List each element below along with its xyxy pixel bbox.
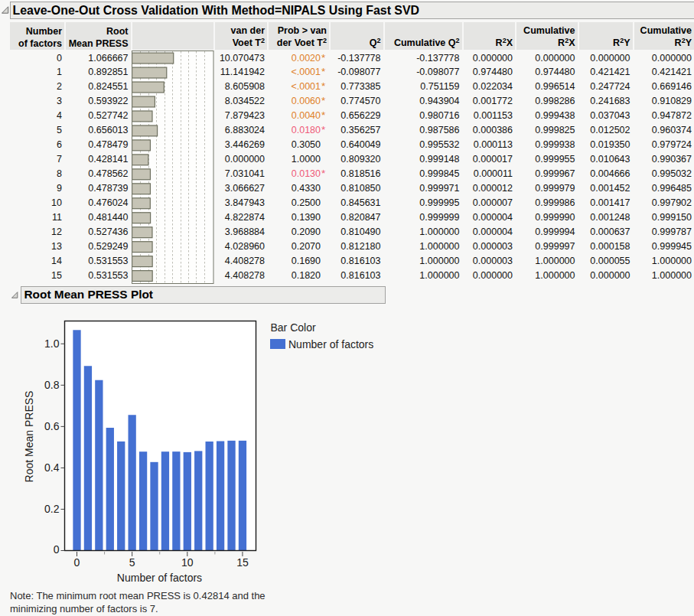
svg-text:0.2: 0.2 — [44, 503, 60, 515]
svg-text:Number of factors: Number of factors — [288, 338, 373, 350]
svg-text:0: 0 — [54, 543, 60, 556]
svg-text:1.0: 1.0 — [44, 337, 60, 350]
svg-text:0.4: 0.4 — [44, 461, 60, 474]
svg-text:10: 10 — [181, 556, 194, 569]
svg-text:0.8: 0.8 — [44, 379, 60, 391]
svg-text:0: 0 — [74, 556, 80, 569]
svg-text:Bar Color: Bar Color — [271, 321, 316, 334]
svg-text:0.6: 0.6 — [44, 420, 60, 432]
svg-text:15: 15 — [236, 556, 249, 569]
svg-text:Number of factors: Number of factors — [117, 572, 202, 584]
svg-text:Root Mean PRESS: Root Mean PRESS — [23, 391, 35, 483]
svg-text:5: 5 — [129, 556, 135, 569]
